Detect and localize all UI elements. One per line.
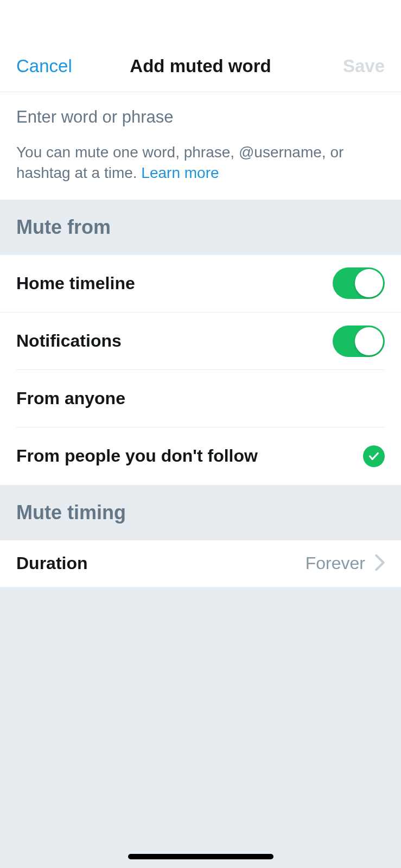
notifications-toggle[interactable] xyxy=(333,326,385,357)
notifications-label: Notifications xyxy=(16,331,122,351)
mute-from-list: Home timeline Notifications From anyone … xyxy=(0,255,401,485)
mute-from-header: Mute from xyxy=(0,200,401,255)
learn-more-link[interactable]: Learn more xyxy=(141,164,219,181)
home-timeline-toggle[interactable] xyxy=(333,267,385,299)
page-title: Add muted word xyxy=(130,56,271,76)
check-icon xyxy=(363,445,385,467)
mute-timing-list: Duration Forever xyxy=(0,540,401,587)
duration-value: Forever xyxy=(305,553,365,573)
helper-text: You can mute one word, phrase, @username… xyxy=(16,142,385,183)
duration-row[interactable]: Duration Forever xyxy=(0,540,401,587)
from-not-follow-row[interactable]: From people you don't follow xyxy=(0,427,401,485)
word-input[interactable]: Enter word or phrase xyxy=(16,107,385,127)
notifications-row: Notifications xyxy=(0,312,401,370)
home-timeline-row: Home timeline xyxy=(0,255,401,312)
home-indicator xyxy=(128,854,273,859)
from-not-follow-label: From people you don't follow xyxy=(16,446,258,466)
navigation-bar: Cancel Add muted word Save xyxy=(0,0,401,92)
from-anyone-row[interactable]: From anyone xyxy=(0,370,401,427)
home-timeline-label: Home timeline xyxy=(16,273,135,293)
save-button[interactable]: Save xyxy=(343,56,385,76)
mute-timing-header: Mute timing xyxy=(0,485,401,540)
input-section: Enter word or phrase You can mute one wo… xyxy=(0,92,401,200)
cancel-button[interactable]: Cancel xyxy=(16,56,72,76)
from-anyone-label: From anyone xyxy=(16,388,125,409)
duration-label: Duration xyxy=(16,553,88,573)
chevron-right-icon xyxy=(375,554,385,573)
